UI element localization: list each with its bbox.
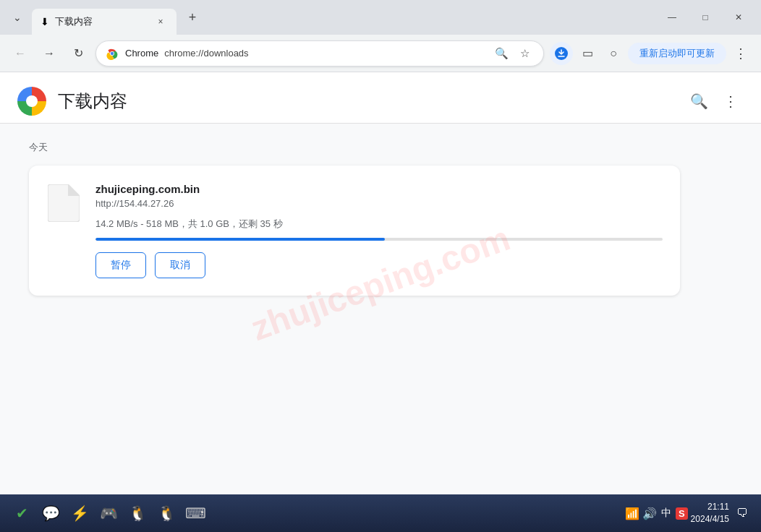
keyboard-icon[interactable]: ⌨ <box>182 500 208 526</box>
tab-left-arrow[interactable]: ⌄ <box>6 6 29 29</box>
svg-point-1 <box>111 51 114 54</box>
toolbar-right: ▭ ○ 重新启动即可更新 ⋮ <box>550 42 752 65</box>
close-button[interactable]: ✕ <box>722 0 755 35</box>
address-bar[interactable]: Chrome chrome://downloads 🔍 ☆ <box>95 40 544 66</box>
taskbar-icons: ✔ 💬 ⚡ 🎮 🐧 🐧 ⌨ <box>9 500 621 526</box>
tab-strip: ⌄ ⬇ 下载内容 × + <box>6 4 203 30</box>
minimize-button[interactable]: — <box>655 0 689 35</box>
header-actions: 🔍 ⋮ <box>686 88 744 114</box>
input-method-icon[interactable]: 中 <box>660 507 673 520</box>
address-actions: 🔍 ☆ <box>491 43 535 64</box>
tab-favicon: ⬇ <box>41 16 49 27</box>
wifi-icon[interactable]: 📶 <box>625 507 639 520</box>
forward-button[interactable]: → <box>38 42 61 65</box>
browser-tab[interactable]: ⬇ 下载内容 × <box>32 9 177 35</box>
page-title: 下载内容 <box>58 90 686 113</box>
download-card: zhujiceping.com.bin http://154.44.27.26 … <box>29 166 680 296</box>
game-icon[interactable]: 🎮 <box>95 500 122 526</box>
sogou-icon[interactable]: S <box>676 507 688 520</box>
tab-title: 下载内容 <box>55 15 148 28</box>
qq2-icon[interactable]: 🐧 <box>153 500 179 526</box>
title-bar: ⌄ ⬇ 下载内容 × + — □ ✕ <box>0 0 761 35</box>
progress-bar-fill <box>95 238 385 241</box>
address-url: chrome://downloads <box>164 48 248 59</box>
file-url: http://154.44.27.26 <box>95 198 663 209</box>
download-icon <box>555 47 568 60</box>
progress-bar-container <box>95 238 663 241</box>
maximize-button[interactable]: □ <box>689 0 722 35</box>
search-downloads-button[interactable]: 🔍 <box>686 88 712 114</box>
volume-icon[interactable]: 🔊 <box>642 507 657 520</box>
notification-button[interactable]: 🗨 <box>732 503 752 523</box>
page-content: 下载内容 🔍 ⋮ zhujiceping.com 今天 zhujiceping.… <box>0 72 761 494</box>
bookmark-button[interactable]: ☆ <box>514 43 535 64</box>
bluetooth-icon[interactable]: ⚡ <box>67 500 93 526</box>
date-label: 今天 <box>29 141 732 154</box>
qq-icon[interactable]: 🐧 <box>124 500 150 526</box>
chrome-menu-button[interactable]: ⋮ <box>729 42 752 65</box>
chrome-logo-large <box>17 87 46 116</box>
more-options-button[interactable]: ⋮ <box>718 88 744 114</box>
window-controls: — □ ✕ <box>655 0 755 35</box>
split-screen-button[interactable]: ▭ <box>576 42 599 65</box>
search-page-button[interactable]: 🔍 <box>491 43 511 64</box>
new-tab-button[interactable]: + <box>182 7 203 27</box>
clock-date: 2024/4/15 <box>691 513 729 525</box>
pause-button[interactable]: 暂停 <box>95 252 146 278</box>
page-header: 下载内容 🔍 ⋮ <box>0 72 761 124</box>
browser-chrome: ← → ↻ Chrome chrome://downloads 🔍 ☆ ▭ ○ … <box>0 35 761 72</box>
update-button[interactable]: 重新启动即可更新 <box>628 43 726 64</box>
download-active-button[interactable] <box>550 42 573 65</box>
back-button[interactable]: ← <box>9 42 32 65</box>
download-status: 14.2 MB/s - 518 MB，共 1.0 GB，还剩 35 秒 <box>95 218 663 231</box>
file-name: zhujiceping.com.bin <box>95 183 663 195</box>
wechat-icon[interactable]: 💬 <box>38 500 64 526</box>
clock-time: 21:11 <box>691 501 729 513</box>
chrome-inner-circle <box>26 95 38 107</box>
taskbar: ✔ 💬 ⚡ 🎮 🐧 🐧 ⌨ 📶 🔊 中 S 21:11 2024/4/15 🗨 <box>0 494 761 532</box>
address-brand: Chrome <box>125 48 158 59</box>
profile-button[interactable]: ○ <box>602 42 625 65</box>
cancel-button[interactable]: 取消 <box>155 252 205 278</box>
downloads-area: 今天 zhujiceping.com.bin http://154.44.27.… <box>0 124 761 313</box>
chrome-logo-icon <box>105 46 119 61</box>
taskbar-sys: 📶 🔊 中 S 21:11 2024/4/15 🗨 <box>625 501 752 525</box>
checkmark-green-icon[interactable]: ✔ <box>9 500 35 526</box>
download-info: zhujiceping.com.bin http://154.44.27.26 … <box>95 183 663 278</box>
download-actions: 暂停 取消 <box>95 252 663 278</box>
taskbar-clock[interactable]: 21:11 2024/4/15 <box>691 501 729 525</box>
tab-close-button[interactable]: × <box>153 14 168 29</box>
file-svg-icon <box>48 184 80 222</box>
reload-button[interactable]: ↻ <box>67 42 90 65</box>
file-icon <box>46 183 81 223</box>
